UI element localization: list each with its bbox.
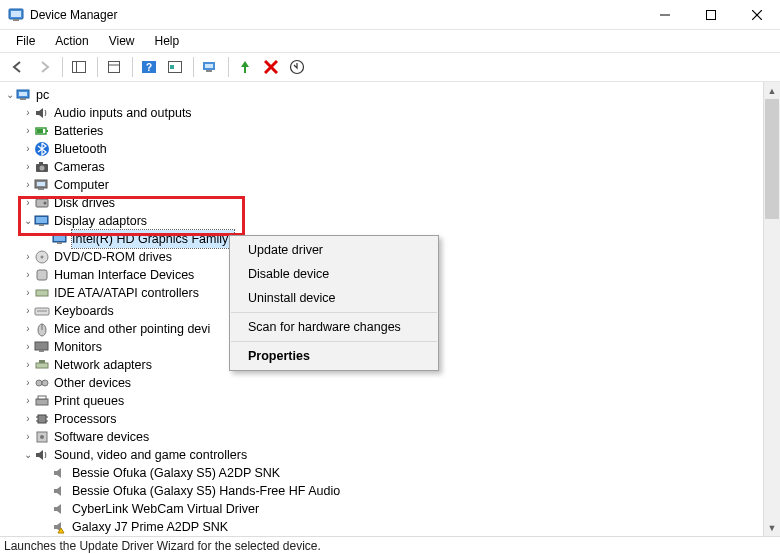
status-bar: Launches the Update Driver Wizard for th… (0, 536, 780, 554)
tree-item-cameras[interactable]: ›Cameras (0, 158, 780, 176)
svg-rect-2 (13, 19, 19, 21)
svg-point-64 (40, 435, 44, 439)
software-icon (34, 429, 50, 445)
computer-icon (16, 87, 32, 103)
tree-item-processors[interactable]: ›Processors (0, 410, 780, 428)
svg-rect-57 (38, 396, 46, 399)
tree-item-disk-drives[interactable]: ›Disk drives (0, 194, 780, 212)
expander-icon[interactable]: › (22, 194, 34, 212)
tree-item-other[interactable]: ›Other devices (0, 374, 780, 392)
context-uninstall-device[interactable]: Uninstall device (230, 286, 438, 310)
expander-icon[interactable]: › (22, 428, 34, 446)
expander-icon[interactable]: › (22, 374, 34, 392)
svg-rect-25 (46, 130, 48, 132)
bluetooth-icon (34, 141, 50, 157)
tree-item-sound-child[interactable]: Bessie Ofuka (Galaxy S5) A2DP SNK (0, 464, 780, 482)
expander-icon[interactable]: ⌄ (22, 212, 34, 230)
speaker-icon (52, 501, 68, 517)
svg-point-55 (42, 380, 48, 386)
context-update-driver[interactable]: Update driver (230, 238, 438, 262)
action-button[interactable] (163, 55, 187, 79)
show-hide-tree-button[interactable] (67, 55, 91, 79)
expander-icon[interactable]: › (22, 266, 34, 284)
other-icon (34, 375, 50, 391)
maximize-button[interactable] (688, 0, 734, 30)
svg-rect-38 (39, 224, 44, 226)
minimize-button[interactable] (642, 0, 688, 30)
expander-icon[interactable]: › (22, 122, 34, 140)
expander-icon[interactable]: › (22, 356, 34, 374)
svg-rect-53 (39, 360, 45, 363)
expander-icon[interactable]: › (22, 302, 34, 320)
tree-label: Processors (54, 410, 123, 428)
svg-rect-22 (19, 92, 27, 96)
tree-root[interactable]: ⌄ pc (0, 86, 780, 104)
scroll-up-button[interactable]: ▲ (764, 82, 780, 99)
svg-rect-33 (38, 188, 44, 190)
svg-rect-44 (37, 270, 47, 280)
update-driver-button[interactable] (285, 55, 309, 79)
scan-hardware-button[interactable] (198, 55, 222, 79)
tree-item-computer[interactable]: ›Computer (0, 176, 780, 194)
enable-device-button[interactable] (233, 55, 257, 79)
svg-rect-40 (54, 235, 65, 241)
tree-item-batteries[interactable]: ›Batteries (0, 122, 780, 140)
svg-text:?: ? (146, 62, 152, 73)
scroll-down-button[interactable]: ▼ (764, 519, 780, 536)
tree-label: DVD/CD-ROM drives (54, 248, 178, 266)
battery-icon (34, 123, 50, 139)
help-button[interactable]: ? (137, 55, 161, 79)
vertical-scrollbar[interactable]: ▲ ▼ (763, 82, 780, 536)
expander-icon[interactable]: › (22, 410, 34, 428)
tree-item-sound[interactable]: ⌄Sound, video and game controllers (0, 446, 780, 464)
tree-item-sound-child[interactable]: CyberLink WebCam Virtual Driver (0, 500, 780, 518)
tree-label: Bluetooth (54, 140, 113, 158)
svg-rect-9 (109, 62, 120, 73)
tree-item-print[interactable]: ›Print queues (0, 392, 780, 410)
speaker-icon (52, 465, 68, 481)
forward-button[interactable] (32, 55, 56, 79)
expander-icon[interactable]: › (22, 392, 34, 410)
tree-item-sound-child[interactable]: Galaxy J7 Prime A2DP SNK (0, 518, 780, 536)
menu-help[interactable]: Help (145, 32, 190, 50)
context-disable-device[interactable]: Disable device (230, 262, 438, 286)
properties-button[interactable] (102, 55, 126, 79)
expander-icon[interactable]: › (22, 176, 34, 194)
expander-icon[interactable]: › (22, 104, 34, 122)
menubar: File Action View Help (0, 30, 780, 52)
speaker-icon (34, 105, 50, 121)
tree-item-sound-child[interactable]: Bessie Ofuka (Galaxy S5) Hands-Free HF A… (0, 482, 780, 500)
expander-icon[interactable]: ⌄ (4, 86, 16, 104)
menu-file[interactable]: File (6, 32, 45, 50)
expander-icon[interactable]: › (22, 320, 34, 338)
scrollbar-thumb[interactable] (765, 99, 779, 219)
tree-item-display-adapters[interactable]: ⌄Display adaptors (0, 212, 780, 230)
context-scan-hardware[interactable]: Scan for hardware changes (230, 315, 438, 339)
printer-icon (34, 393, 50, 409)
context-properties[interactable]: Properties (230, 344, 438, 368)
svg-rect-41 (57, 242, 62, 244)
expander-icon[interactable]: ⌄ (22, 446, 34, 464)
speaker-warning-icon (52, 519, 68, 535)
tree-label: CyberLink WebCam Virtual Driver (72, 500, 265, 518)
back-button[interactable] (6, 55, 30, 79)
svg-rect-50 (35, 342, 48, 350)
menu-action[interactable]: Action (45, 32, 98, 50)
window-title: Device Manager (30, 8, 642, 22)
expander-icon[interactable]: › (22, 140, 34, 158)
svg-rect-7 (73, 62, 86, 73)
tree-label: pc (36, 86, 55, 104)
tree-label: Network adapters (54, 356, 158, 374)
speaker-icon (34, 447, 50, 463)
expander-icon[interactable]: › (22, 158, 34, 176)
tree-item-software[interactable]: ›Software devices (0, 428, 780, 446)
tree-item-bluetooth[interactable]: ›Bluetooth (0, 140, 780, 158)
expander-icon[interactable]: › (22, 284, 34, 302)
disk-icon (34, 195, 50, 211)
expander-icon[interactable]: › (22, 248, 34, 266)
menu-view[interactable]: View (99, 32, 145, 50)
tree-item-audio-io[interactable]: ›Audio inputs and outputs (0, 104, 780, 122)
uninstall-button[interactable] (259, 55, 283, 79)
expander-icon[interactable]: › (22, 338, 34, 356)
close-button[interactable] (734, 0, 780, 30)
